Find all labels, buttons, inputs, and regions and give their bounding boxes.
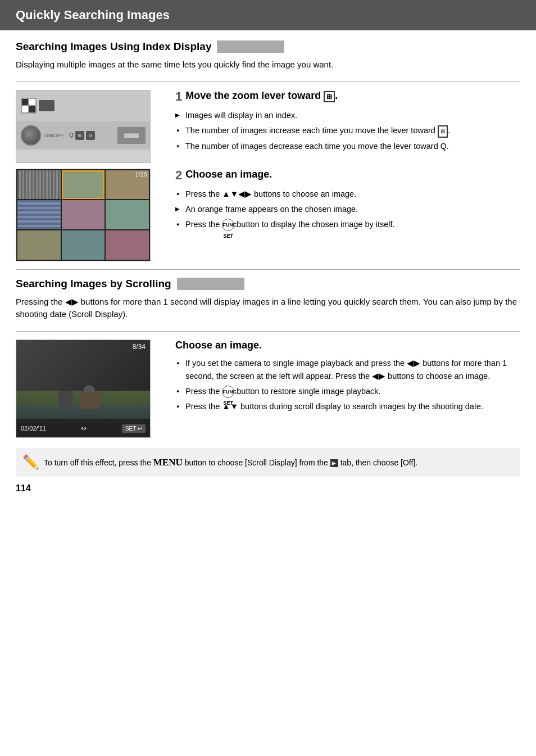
- index-cell-4: [62, 200, 105, 229]
- scroll-date: 02/02/'11: [21, 425, 46, 432]
- step1-bullet-1: Images will display in an index.: [175, 109, 520, 122]
- step2-image-col: 1/20: [16, 169, 162, 261]
- page-title: Quickly Searching Images: [0, 0, 536, 30]
- step2-bullet-1: Press the ▲▼◀▶ buttons to choose an imag…: [175, 188, 520, 201]
- note-box: ✏️ To turn off this effect, press the ME…: [16, 448, 520, 477]
- index-cell-3: [17, 200, 61, 229]
- scroll-bullet-1: If you set the camera to single image pl…: [175, 357, 520, 383]
- step1-container: ON/OFF Q ⊞ ⊟ ▓▓▓▓▓: [16, 90, 520, 163]
- section1-title-bar: [217, 40, 284, 53]
- scroll-step-content: Choose an image. If you set the camera t…: [175, 339, 520, 438]
- scroll-step-body: If you set the camera to single image pl…: [175, 357, 520, 414]
- index-cell-7: [62, 230, 105, 260]
- divider3: [16, 331, 520, 332]
- page-number: 114: [16, 483, 520, 494]
- section2-description: Pressing the ◀▶ buttons for more than 1 …: [16, 296, 520, 321]
- note-icon: ✏️: [22, 451, 39, 473]
- camera-diagram: ON/OFF Q ⊞ ⊟ ▓▓▓▓▓: [16, 90, 151, 163]
- step2-bullet-2: An orange frame appears on the chosen im…: [175, 203, 520, 216]
- scroll-bullet-3: Press the ▲▼ buttons during scroll displ…: [175, 400, 520, 413]
- step2-title: 2 Choose an image.: [175, 169, 520, 182]
- note-text: To turn off this effect, press the MENU …: [44, 458, 417, 467]
- scroll-bottom-bar: 02/02/'11 ⇔ SET ↩: [16, 419, 150, 438]
- section1-description: Displaying multiple images at the same t…: [16, 58, 520, 71]
- index-cell-5: [106, 200, 149, 229]
- section2-title: Searching Images by Scrolling: [16, 278, 171, 290]
- step2-content: 2 Choose an image. Press the ▲▼◀▶ button…: [175, 169, 520, 261]
- step2-container: 1/20 2 Choose an image. Press the ▲▼◀▶ b…: [16, 169, 520, 261]
- index-cell-6: [17, 230, 61, 260]
- scroll-counter: 8/34: [133, 343, 146, 351]
- scroll-bullet-2: Press the FUNC SET button to restore sin…: [175, 385, 520, 398]
- step1-title: 1 Move the zoom lever toward ⊞.: [175, 90, 520, 103]
- index-counter: 1/20: [135, 171, 147, 178]
- set-button-label: SET ↩: [122, 424, 146, 433]
- step1-bullet-2: The number of images increase each time …: [175, 124, 520, 138]
- scroll-main-image: 8/34: [16, 340, 150, 419]
- index-cell-8: [106, 230, 149, 260]
- divider1: [16, 82, 520, 82]
- page-title-text: Quickly Searching Images: [16, 8, 170, 22]
- section2-title-bar: [177, 278, 244, 290]
- scroll-step-title: Choose an image.: [175, 339, 520, 351]
- index-display: 1/20: [16, 169, 151, 261]
- step2-bullet-3: Press the FUNC SET button to display the…: [175, 218, 520, 231]
- scroll-display: 8/34 02/02/'11 ⇔ SET ↩: [16, 339, 151, 438]
- scroll-image-col: 8/34 02/02/'11 ⇔ SET ↩: [16, 339, 162, 438]
- step1-body: Images will display in an index. The num…: [175, 109, 520, 153]
- section1-header: Searching Images Using Index Display: [16, 40, 520, 53]
- step2-body: Press the ▲▼◀▶ buttons to choose an imag…: [175, 188, 520, 232]
- index-cell-0: [17, 170, 61, 200]
- step1-bullet-3: The number of images decrease each time …: [175, 140, 520, 153]
- step1-content: 1 Move the zoom lever toward ⊞. Images w…: [175, 90, 520, 163]
- scroll-step-container: 8/34 02/02/'11 ⇔ SET ↩: [16, 339, 520, 438]
- index-cell-1: [62, 170, 105, 200]
- divider2: [16, 269, 520, 270]
- section2-header: Searching Images by Scrolling: [16, 278, 520, 290]
- section1-title: Searching Images Using Index Display: [16, 40, 211, 53]
- step1-image-col: ON/OFF Q ⊞ ⊟ ▓▓▓▓▓: [16, 90, 162, 163]
